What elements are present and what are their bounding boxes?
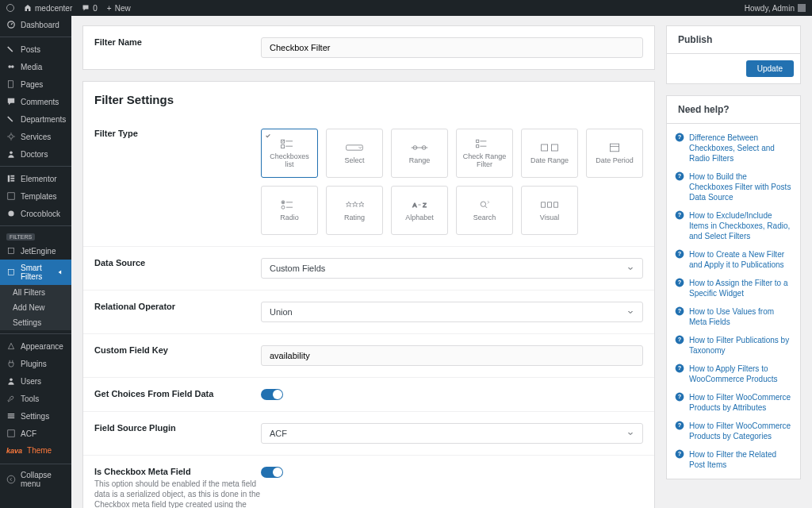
svg-text:?: ? xyxy=(678,307,681,314)
menu-pages[interactable]: Pages xyxy=(0,75,71,93)
publish-panel: Publish Update xyxy=(666,25,801,84)
svg-rect-35 xyxy=(551,144,557,151)
ischeckbox-toggle[interactable] xyxy=(261,467,283,478)
help-link[interactable]: ?How to Assign the Filter to a Specific … xyxy=(667,274,800,302)
update-button[interactable]: Update xyxy=(746,60,794,77)
svg-text:?: ? xyxy=(678,279,681,286)
svg-point-39 xyxy=(282,202,284,203)
menu-doctors[interactable]: Doctors xyxy=(0,145,71,163)
svg-point-0 xyxy=(7,5,14,12)
submenu-settings[interactable]: Settings xyxy=(0,315,71,330)
menu-departments[interactable]: Departments xyxy=(0,110,71,128)
new-link[interactable]: + New xyxy=(107,4,131,13)
type-select[interactable]: Select xyxy=(326,129,383,178)
svg-text:A: A xyxy=(412,202,417,209)
fieldsource-select[interactable]: ACF xyxy=(261,423,643,444)
svg-rect-9 xyxy=(10,175,14,177)
menu-users[interactable]: Users xyxy=(0,372,71,390)
svg-point-6 xyxy=(10,135,13,139)
filter-type-label: Filter Type xyxy=(94,129,261,138)
menu-elementor[interactable]: Elementor xyxy=(0,170,71,187)
menu-services[interactable]: Services xyxy=(0,128,71,145)
svg-rect-36 xyxy=(610,144,619,152)
type-checkrange[interactable]: Check Range Filter xyxy=(456,129,513,178)
collapse-menu[interactable]: Collapse menu xyxy=(0,464,71,495)
svg-text:?: ? xyxy=(678,393,681,400)
svg-point-46 xyxy=(481,202,485,206)
svg-rect-12 xyxy=(8,193,14,199)
help-link[interactable]: ?How to Use Values from Meta Fields xyxy=(667,302,800,331)
type-checkboxes[interactable]: Checkboxes list xyxy=(261,129,318,178)
help-link[interactable]: ?How to Filter WooCommerce Products by A… xyxy=(667,388,800,417)
menu-plugins[interactable]: Plugins xyxy=(0,355,71,372)
svg-text:?: ? xyxy=(678,250,681,257)
wp-logo[interactable] xyxy=(6,4,14,12)
type-alphabet[interactable]: AZAlphabet xyxy=(391,186,448,235)
type-dateperiod[interactable]: Date Period xyxy=(586,129,643,178)
svg-rect-17 xyxy=(8,414,14,414)
menu-crocoblock[interactable]: Crocoblock xyxy=(0,205,71,222)
comments-link[interactable]: 0 xyxy=(82,4,98,13)
type-rating[interactable]: Rating xyxy=(326,186,383,235)
filter-name-label: Filter Name xyxy=(94,37,261,47)
site-link[interactable]: medcenter xyxy=(24,4,72,13)
relop-label: Relational Operator xyxy=(94,302,261,311)
menu-posts[interactable]: Posts xyxy=(0,40,71,58)
submenu-all[interactable]: All Filters xyxy=(0,285,71,300)
svg-rect-5 xyxy=(8,81,13,87)
help-link[interactable]: ?How to Apply Filters to WooCommerce Pro… xyxy=(667,360,800,388)
svg-point-3 xyxy=(8,65,11,68)
svg-line-47 xyxy=(485,206,487,208)
svg-text:?: ? xyxy=(678,450,681,457)
svg-text:?: ? xyxy=(678,364,681,371)
filter-name-input[interactable] xyxy=(261,37,643,58)
help-link[interactable]: ?How to Create a New Filter and Apply it… xyxy=(667,245,800,274)
svg-text:?: ? xyxy=(678,211,681,218)
menu-smartfilters[interactable]: Smart Filters xyxy=(0,260,71,285)
svg-rect-26 xyxy=(347,145,363,150)
svg-rect-20 xyxy=(8,430,14,437)
menu-tools[interactable]: Tools xyxy=(0,390,71,407)
svg-rect-30 xyxy=(477,140,479,142)
help-link[interactable]: ?How to Build the Checkboxes Filter with… xyxy=(667,167,800,206)
menu-appearance[interactable]: Appearance xyxy=(0,337,71,355)
help-link[interactable]: ?How to Filter the Related Post Items xyxy=(667,445,800,474)
svg-rect-48 xyxy=(542,202,546,207)
type-range[interactable]: Range xyxy=(391,129,448,178)
getchoices-toggle[interactable] xyxy=(261,389,283,400)
help-link[interactable]: ?How to Filter WooCommerce Products by C… xyxy=(667,417,800,445)
admin-topbar: medcenter 0 + New Howdy, Admin xyxy=(0,0,812,16)
type-radio[interactable]: Radio xyxy=(261,186,318,235)
menu-comments[interactable]: Comments xyxy=(0,93,71,110)
customkey-input[interactable] xyxy=(261,345,643,366)
relop-select[interactable]: Union xyxy=(261,302,643,322)
svg-point-16 xyxy=(10,378,13,381)
type-daterange[interactable]: Date Range xyxy=(521,129,578,178)
datasource-select[interactable]: Custom Fields xyxy=(261,258,643,279)
svg-point-4 xyxy=(11,65,14,68)
menu-theme[interactable]: kava Theme xyxy=(0,442,71,459)
svg-rect-32 xyxy=(477,145,479,148)
svg-rect-8 xyxy=(8,175,10,182)
type-visual[interactable]: Visual xyxy=(521,186,578,235)
settings-title: Filter Settings xyxy=(83,82,654,117)
help-link[interactable]: ?How to Filter Publications by Taxonomy xyxy=(667,331,800,360)
svg-rect-50 xyxy=(554,202,558,207)
menu-dashboard[interactable]: Dashboard xyxy=(0,16,71,33)
menu-acf[interactable]: ACF xyxy=(0,425,71,442)
filter-type-grid: Checkboxes list Select Range Check Range… xyxy=(261,129,643,235)
svg-rect-11 xyxy=(10,180,14,182)
menu-media[interactable]: Media xyxy=(0,58,71,75)
svg-text:?: ? xyxy=(678,421,681,429)
submenu-add[interactable]: Add New xyxy=(0,300,71,315)
svg-text:Z: Z xyxy=(423,202,427,209)
fieldsource-label: Field Source Plugin xyxy=(94,423,261,433)
help-panel: Need help? ?Difference Between Checkboxe… xyxy=(666,95,801,479)
menu-templates[interactable]: Templates xyxy=(0,187,71,205)
help-link[interactable]: ?How to Exclude/Include Items in Checkbo… xyxy=(667,206,800,245)
user-greeting[interactable]: Howdy, Admin xyxy=(745,4,806,13)
menu-jetengine[interactable]: JetEngine xyxy=(0,242,71,260)
menu-settings[interactable]: Settings xyxy=(0,407,71,425)
type-search[interactable]: Search xyxy=(456,186,513,235)
help-link[interactable]: ?Difference Between Checkboxes, Select a… xyxy=(667,129,800,167)
